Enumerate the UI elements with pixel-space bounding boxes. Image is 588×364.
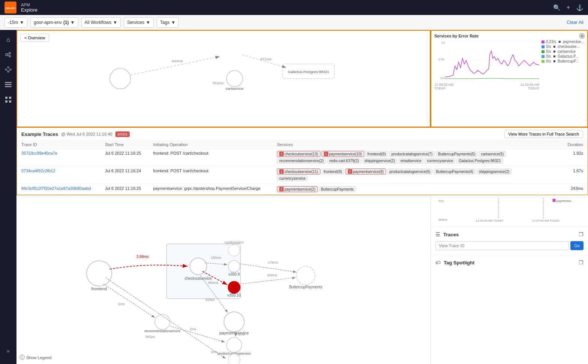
svg-text:180ms: 180ms: [211, 256, 221, 260]
service-tag[interactable]: Galactus.Postgres:98321: [456, 158, 503, 164]
trace-id-link-1[interactable]: 0734ca4f92c2fb12: [21, 169, 55, 173]
start-time-cell-1: Jul 6 2022 11:16:24: [100, 166, 148, 184]
tags-value: Tags: [160, 20, 169, 25]
svg-point-50: [228, 282, 240, 294]
svg-text:ButtercupPayments: ButtercupPayments: [289, 285, 322, 289]
trace-id-input[interactable]: [435, 241, 569, 250]
top-bar: splunk> APM Explore 🔍 + ⚓: [0, 0, 588, 15]
service-tag[interactable]: shippingservice(2): [477, 169, 512, 175]
service-tag-label: redis-cart:6379(2): [329, 159, 359, 163]
service-tag[interactable]: !checkoutservice(13): [277, 151, 320, 157]
service-tag[interactable]: !checkoutservice(11): [277, 169, 320, 175]
service-tag[interactable]: ButtercupPayments: [319, 186, 356, 192]
env-chevron-icon: ▼: [70, 20, 75, 25]
service-tag[interactable]: redis-cart:6379(2): [327, 158, 361, 164]
traces-widget-title: Traces: [443, 232, 459, 237]
service-tag[interactable]: frontend(9): [322, 169, 344, 175]
chart-x-end: 11:24:50 AMTODAY: [520, 83, 539, 90]
svg-point-56: [155, 314, 170, 330]
svg-text:v350.9: v350.9: [228, 272, 240, 276]
nav-apm-icon[interactable]: [1, 48, 15, 61]
service-tag[interactable]: currencyservice: [425, 158, 455, 164]
svg-point-4: [9, 55, 10, 57]
show-legend-label: Show Legend: [26, 355, 51, 360]
nav-grid-icon[interactable]: [1, 93, 15, 106]
error-icon: !: [348, 169, 352, 174]
svg-line-5: [8, 54, 9, 55]
svg-line-69: [240, 264, 296, 272]
svg-text:<unknown>: <unknown>: [224, 240, 244, 245]
svg-rect-9: [10, 69, 11, 70]
svg-rect-7: [7, 67, 9, 68]
service-tag[interactable]: frontend(9): [365, 151, 388, 157]
service-tag-label: emailservice: [401, 159, 422, 163]
svg-text:3ms: 3ms: [211, 350, 218, 354]
show-legend-button[interactable]: ⓘ Show Legend: [19, 354, 51, 361]
service-tag-label: paymentservice(10): [329, 152, 362, 156]
svg-text:Galactus.Postgres:98321: Galactus.Postgres:98321: [288, 70, 329, 74]
clear-all-button[interactable]: Clear All: [567, 20, 584, 25]
bookmark-icon[interactable]: ⚓: [576, 4, 584, 11]
search-icon[interactable]: 🔍: [553, 4, 561, 11]
bottom-map-full-svg: frontend checkoutservice <unknown> v350.…: [16, 195, 431, 364]
svg-rect-88: [553, 199, 556, 202]
nav-collapse-icon[interactable]: »: [1, 345, 15, 358]
svg-point-54: [224, 312, 244, 332]
svg-rect-20: [9, 100, 11, 103]
tags-filter[interactable]: Tags ▼: [157, 17, 179, 28]
duration-cell-1: 1.67s: [561, 166, 588, 184]
trace-id-link-2[interactable]: 84c3cf812f7f20e27a1e87a30b80aabd: [21, 186, 91, 191]
errors-filter-badge[interactable]: errors: [115, 131, 130, 137]
svg-line-13: [8, 70, 10, 71]
svg-text:2ms: 2ms: [238, 333, 245, 336]
svg-line-73: [103, 284, 155, 318]
service-tag[interactable]: productcatalogservice(6): [387, 169, 433, 175]
workflows-chevron-icon: ▼: [113, 20, 117, 25]
service-tag[interactable]: !paymentservice(10): [322, 151, 364, 157]
environment-filter[interactable]: goor-apm-env (1) ▼: [30, 17, 78, 28]
time-range-filter[interactable]: -15m ▼: [4, 17, 27, 28]
col-trace-id: Trace ID: [17, 141, 100, 149]
service-tag-label: frontend(9): [324, 170, 342, 174]
service-tag[interactable]: shippingservice(2): [362, 158, 397, 164]
service-tag[interactable]: cartservice(5): [479, 151, 506, 157]
legend-item-1: 0/s ◾ checkoutse...: [542, 45, 584, 49]
overview-button[interactable]: < Overview: [20, 34, 49, 42]
traces-widget-expand-icon[interactable]: ❐: [579, 231, 584, 237]
trace-id-link-0[interactable]: 35723cc99e40ca7e: [21, 151, 57, 155]
operation-cell-2: paymentservice: grpc.hipstershop.Payment…: [148, 184, 272, 195]
add-icon[interactable]: +: [567, 4, 570, 11]
svg-rect-19: [5, 100, 7, 103]
service-tag[interactable]: currencyservice: [277, 176, 308, 181]
svg-text:552ms: 552ms: [212, 81, 224, 85]
svg-point-23: [110, 68, 130, 89]
svg-text:389ms: 389ms: [438, 218, 447, 221]
workflows-filter[interactable]: All Workflows ▼: [81, 17, 121, 28]
services-filter[interactable]: Services ▼: [124, 17, 154, 28]
nav-hierarchy-icon[interactable]: [1, 63, 15, 76]
service-tag[interactable]: emailservice: [398, 158, 424, 164]
table-row: 35723cc99e40ca7eJul 6 2022 11:16:25front…: [17, 149, 588, 166]
close-panel-button[interactable]: ✕: [579, 33, 585, 39]
svg-text:paymentse...: paymentse...: [557, 199, 574, 203]
service-tag[interactable]: productcatalogservice(7): [389, 151, 435, 157]
service-tag[interactable]: recommendationservice(2): [277, 158, 326, 164]
service-tag[interactable]: !paymentservice(2): [277, 186, 317, 192]
trace-id-row: Go: [435, 241, 584, 250]
svg-text:frontend: frontend: [91, 286, 107, 291]
nav-list-icon[interactable]: [1, 78, 15, 91]
view-more-traces-button[interactable]: View More Traces in Full Trace Search: [504, 130, 583, 138]
service-tag[interactable]: !paymentservice(8): [346, 169, 386, 175]
svg-text:1/s: 1/s: [441, 41, 445, 44]
error-rate-title: Services by Error Rate: [434, 34, 584, 38]
service-tag[interactable]: ButtercupPayments(5): [436, 151, 478, 157]
service-tag-label: paymentservice(8): [353, 170, 384, 174]
svg-text:cartservice: cartservice: [226, 87, 244, 91]
trace-id-go-button[interactable]: Go: [570, 241, 584, 250]
nav-home-icon[interactable]: ⌂: [1, 33, 15, 46]
top-section: < Overview 644ms 671ms: [16, 30, 588, 127]
service-tag[interactable]: ButtercupPayments(4): [434, 169, 476, 175]
traces-header: Example Traces @ Wed Jul 6 2022 11:16:40…: [17, 128, 588, 141]
service-tag-label: productcatalogservice(7): [391, 152, 432, 156]
tag-spotlight-expand-icon[interactable]: ❐: [579, 260, 584, 266]
